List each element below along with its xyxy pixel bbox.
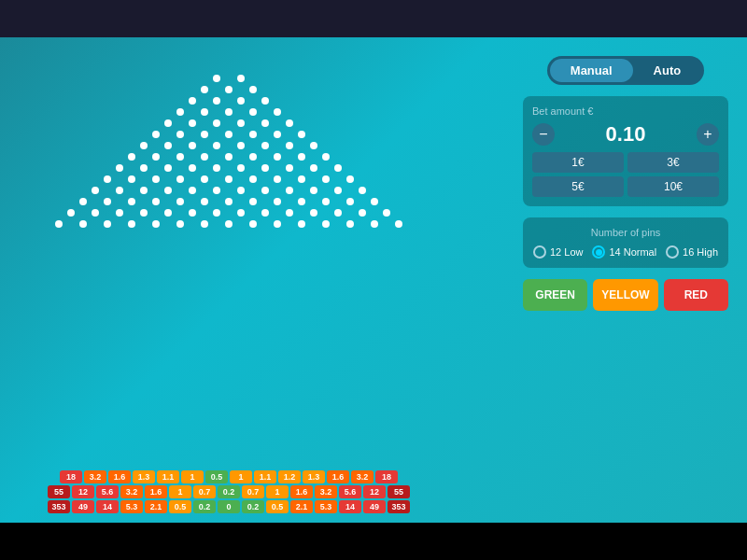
pin [128, 153, 135, 161]
pin [152, 131, 160, 138]
pin [213, 209, 220, 217]
pin [176, 220, 184, 228]
pin [298, 131, 305, 138]
pin-row [140, 142, 317, 149]
right-panel: Manual Auto Bet amount € − 0.10 + 1€3€5€… [523, 56, 728, 311]
pin [383, 209, 390, 217]
pin [249, 198, 257, 205]
pin-option-14normal[interactable]: 14 Normal [592, 245, 656, 259]
score-cell: 14 [96, 500, 119, 513]
bet-quick-button[interactable]: 10€ [627, 176, 719, 197]
score-cell: 1.6 [290, 485, 313, 498]
pin [201, 108, 208, 116]
radio-indicator [666, 245, 679, 259]
bet-increase-button[interactable]: + [697, 123, 719, 146]
pin [176, 108, 184, 116]
pin [92, 187, 99, 194]
pin [310, 209, 317, 217]
pin [164, 187, 172, 194]
score-row: 55125.63.21.610.70.20.711.63.25.61255 [19, 485, 439, 498]
score-cell: 12 [72, 485, 94, 498]
pins-container [19, 47, 439, 476]
pin [371, 220, 378, 228]
pin [346, 175, 354, 183]
score-cell: 1.1 [157, 470, 179, 483]
score-cell: 0.5 [169, 500, 191, 513]
pin [249, 86, 257, 93]
pin [237, 75, 245, 82]
pin [201, 86, 208, 93]
score-cell: 5.6 [96, 485, 119, 498]
pin-row [176, 108, 281, 116]
pin [116, 209, 123, 217]
pin [249, 108, 257, 116]
pin-row [164, 119, 293, 127]
pin [261, 164, 269, 172]
red-risk-button[interactable]: RED [664, 279, 728, 311]
pin [201, 198, 208, 205]
score-cell: 5.6 [339, 485, 361, 498]
pin [298, 153, 305, 161]
bet-value: 0.10 [562, 122, 689, 147]
plinko-board [19, 47, 439, 476]
score-cell: 0 [218, 500, 240, 513]
pin [213, 97, 220, 105]
pin [201, 153, 208, 161]
score-cell: 14 [339, 500, 361, 513]
pin-row [116, 164, 342, 172]
pin [274, 220, 281, 228]
pin [213, 119, 220, 127]
bet-panel: Bet amount € − 0.10 + 1€3€5€10€ [523, 96, 728, 206]
score-cell: 1 [169, 485, 191, 498]
pin [152, 198, 160, 205]
pin [67, 209, 75, 217]
manual-mode-button[interactable]: Manual [550, 59, 633, 82]
pin-row [201, 86, 257, 93]
pin [346, 220, 354, 228]
pin [152, 220, 160, 228]
pin-option-12low[interactable]: 12 Low [533, 245, 583, 259]
pin [334, 187, 342, 194]
score-cell: 1.2 [278, 470, 301, 483]
score-cell: 55 [48, 485, 70, 498]
pin [225, 108, 233, 116]
pin [237, 209, 245, 217]
pin [346, 198, 354, 205]
pin [249, 153, 257, 161]
pin [128, 220, 135, 228]
pin [152, 175, 160, 183]
pin [225, 131, 233, 138]
score-cell: 3.2 [315, 485, 337, 498]
pin [322, 198, 330, 205]
pin [286, 187, 293, 194]
bet-quick-button[interactable]: 1€ [532, 152, 624, 173]
bet-decrease-button[interactable]: − [532, 123, 555, 146]
yellow-risk-button[interactable]: YELLOW [593, 279, 657, 311]
bet-controls: − 0.10 + [532, 122, 719, 147]
pin-option-16high[interactable]: 16 High [666, 245, 718, 259]
pin-row [55, 220, 402, 228]
score-cell: 1 [230, 470, 252, 483]
pins-label: Number of pins [532, 227, 719, 238]
auto-mode-button[interactable]: Auto [633, 59, 702, 82]
pin [189, 164, 196, 172]
pin [116, 164, 123, 172]
pin-row [213, 75, 245, 82]
pin [237, 187, 245, 194]
score-row: 35349145.32.10.50.200.20.52.15.31449353 [19, 500, 439, 513]
radio-indicator [533, 245, 546, 259]
bet-quick-button[interactable]: 5€ [532, 176, 624, 197]
score-cell: 5.3 [120, 500, 143, 513]
pin [189, 187, 196, 194]
pin [261, 187, 269, 194]
score-cell: 18 [375, 470, 398, 483]
pin [201, 220, 208, 228]
bet-quick-button[interactable]: 3€ [627, 152, 719, 173]
pin [189, 142, 196, 149]
pin [359, 209, 366, 217]
pin [334, 209, 342, 217]
pin [225, 175, 233, 183]
score-cell: 3.2 [120, 485, 143, 498]
green-risk-button[interactable]: GREEN [523, 279, 587, 311]
pin [176, 131, 184, 138]
